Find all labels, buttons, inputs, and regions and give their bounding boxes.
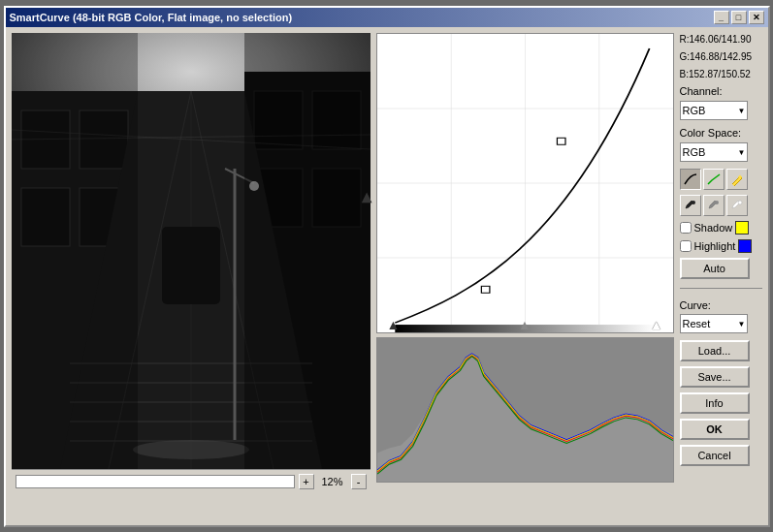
curve-label: Curve: — [680, 299, 762, 311]
zoom-value: 12% — [318, 476, 347, 487]
dialog-content: + 12% - ◄ — [6, 27, 768, 525]
gray-point-eyedropper[interactable] — [703, 195, 725, 216]
right-panel: R:146.06/141.90 G:146.88/142.95 B:152.87… — [680, 33, 762, 519]
svg-point-43 — [715, 201, 719, 204]
tool-row-1 — [680, 169, 762, 190]
image-preview[interactable] — [12, 33, 370, 469]
title-bar-buttons: _ □ ✕ — [714, 11, 764, 24]
colorspace-select[interactable]: RGB Lab CMYK — [680, 142, 748, 162]
channel-select[interactable]: RGB Red Green Blue — [680, 101, 748, 120]
curves-area[interactable]: ▲ ▲ ▲ — [376, 33, 674, 333]
color-info-g: G:146.88/142.95 — [680, 50, 762, 63]
svg-point-44 — [738, 201, 742, 204]
dialog-title: SmartCurve (48-bit RGB Color, Flat image… — [10, 12, 293, 23]
color-info-b: B:152.87/150.52 — [680, 68, 762, 80]
colorspace-label: Color Space: — [680, 127, 762, 139]
mid-triangle[interactable]: ▲ — [518, 317, 531, 332]
smooth-curve-tool[interactable] — [680, 169, 701, 190]
black-point-eyedropper[interactable] — [680, 195, 701, 216]
channel-select-wrapper: RGB Red Green Blue — [680, 101, 748, 120]
zoom-bar: + 12% - — [12, 469, 370, 494]
svg-point-27 — [133, 440, 249, 459]
channel-label: Channel: — [680, 85, 762, 97]
svg-rect-28 — [12, 33, 138, 469]
highlight-checkbox[interactable] — [680, 240, 692, 252]
shadow-label: Shadow — [694, 222, 733, 234]
maximize-button[interactable]: □ — [731, 11, 747, 24]
corner-curve-tool[interactable] — [703, 169, 725, 190]
pencil-tool[interactable] — [726, 169, 748, 190]
colorspace-select-wrapper: RGB Lab CMYK — [680, 142, 748, 162]
zoom-plus-button[interactable]: + — [299, 474, 314, 489]
auto-button[interactable]: Auto — [680, 258, 750, 279]
highlight-label: Highlight — [694, 240, 736, 252]
ok-button[interactable]: OK — [680, 419, 750, 440]
color-info-r: R:146.06/141.90 — [680, 33, 762, 46]
divider-1 — [680, 288, 762, 289]
smart-curve-dialog: SmartCurve (48-bit RGB Color, Flat image… — [4, 6, 770, 527]
left-triangle[interactable]: ▲ — [387, 317, 401, 332]
cancel-button[interactable]: Cancel — [680, 445, 750, 466]
highlight-color-swatch[interactable] — [738, 239, 752, 253]
zoom-track[interactable] — [16, 475, 295, 488]
svg-point-42 — [692, 201, 695, 204]
right-triangle[interactable]: ▲ — [650, 317, 663, 332]
highlight-row: Highlight — [680, 239, 762, 253]
svg-rect-29 — [244, 33, 370, 469]
curve-select-row: Reset Custom Contrast Lighten Darken — [680, 314, 762, 333]
colorspace-select-row: RGB Lab CMYK — [680, 142, 762, 162]
histogram-area — [376, 337, 674, 483]
left-scroll-arrow[interactable]: ◄ — [357, 189, 377, 206]
shadow-checkbox[interactable] — [680, 222, 692, 234]
left-panel: + 12% - — [12, 33, 370, 519]
zoom-minus-button[interactable]: - — [351, 474, 367, 489]
title-bar: SmartCurve (48-bit RGB Color, Flat image… — [6, 8, 768, 27]
minimize-button[interactable]: _ — [714, 11, 729, 24]
shadow-color-swatch[interactable] — [735, 221, 749, 235]
curve-select-wrapper: Reset Custom Contrast Lighten Darken — [680, 314, 748, 333]
svg-rect-24 — [162, 227, 220, 304]
close-button[interactable]: ✕ — [749, 11, 764, 24]
load-button[interactable]: Load... — [680, 340, 750, 361]
save-button[interactable]: Save... — [680, 366, 750, 388]
info-button[interactable]: Info — [680, 392, 750, 414]
curve-select[interactable]: Reset Custom Contrast Lighten Darken — [680, 314, 748, 333]
middle-panel: ◄ — [376, 33, 674, 519]
white-point-eyedropper[interactable] — [726, 195, 748, 216]
channel-select-row: RGB Red Green Blue — [680, 101, 762, 120]
shadow-row: Shadow — [680, 221, 762, 235]
tool-row-2 — [680, 195, 762, 216]
